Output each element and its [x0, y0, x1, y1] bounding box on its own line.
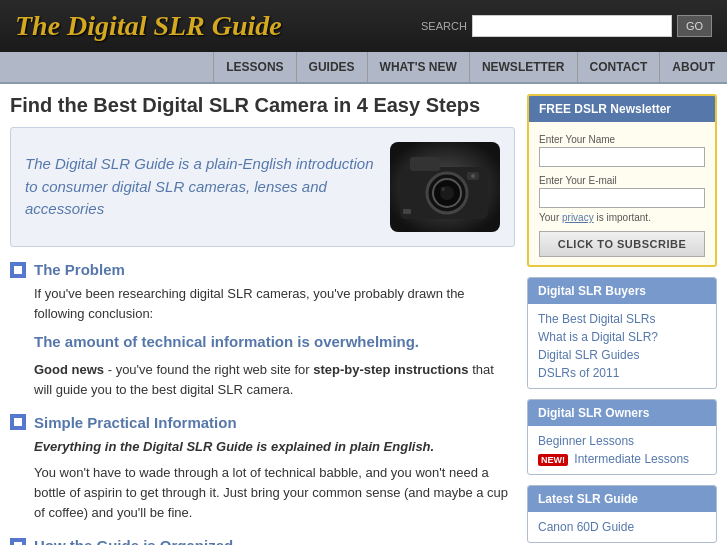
nav-whats-new[interactable]: WHAT'S NEW — [367, 52, 469, 82]
privacy-prefix: Your — [539, 212, 562, 223]
nav-newsletter[interactable]: NEWSLETTER — [469, 52, 577, 82]
latest-item-1[interactable]: Canon 60D Guide — [538, 518, 706, 536]
privacy-note: Your privacy is important. — [539, 212, 705, 223]
section-header-problem: The Problem — [10, 261, 515, 278]
search-input[interactable] — [472, 15, 672, 37]
section-body-simple: Everything in the Digital SLR Guide is e… — [10, 437, 515, 524]
section-title-organized: How the Guide is Organized — [34, 537, 233, 545]
section-header-simple: Simple Practical Information — [10, 414, 515, 431]
site-title[interactable]: The Digital SLR Guide — [15, 10, 282, 42]
privacy-suffix: is important. — [596, 212, 650, 223]
buyers-body: The Best Digital SLRs What is a Digital … — [528, 304, 716, 388]
step-by-step-link[interactable]: step-by-step instructions — [313, 362, 468, 377]
section-icon-inner — [14, 266, 22, 274]
buyers-item-1[interactable]: The Best Digital SLRs — [538, 310, 706, 328]
camera-svg — [395, 147, 495, 227]
intro-box: The Digital SLR Guide is a plain-English… — [10, 127, 515, 247]
newsletter-box: FREE DSLR Newsletter Enter Your Name Ent… — [527, 94, 717, 267]
buyers-item-4[interactable]: DSLRs of 2011 — [538, 364, 706, 382]
buyers-box: Digital SLR Buyers The Best Digital SLRs… — [527, 277, 717, 389]
email-label: Enter Your E-mail — [539, 175, 705, 186]
nav-about[interactable]: ABOUT — [659, 52, 727, 82]
section-icon-simple-inner — [14, 418, 22, 426]
buyers-header: Digital SLR Buyers — [528, 278, 716, 304]
header: The Digital SLR Guide SEARCH GO — [0, 0, 727, 52]
latest-body: Canon 60D Guide — [528, 512, 716, 542]
search-label: SEARCH — [421, 20, 467, 32]
owners-item-2[interactable]: NEW! Intermediate Lessons — [538, 450, 706, 468]
problem-text-1: If you've been researching digital SLR c… — [34, 284, 515, 324]
section-icon-problem — [10, 262, 26, 278]
svg-point-7 — [471, 174, 475, 178]
sidebar: FREE DSLR Newsletter Enter Your Name Ent… — [527, 94, 717, 545]
section-header-organized: How the Guide is Organized — [10, 537, 515, 545]
latest-box: Latest SLR Guide Canon 60D Guide — [527, 485, 717, 543]
problem-text-2b: - you've found the right web site for — [108, 362, 314, 377]
svg-point-5 — [441, 187, 445, 191]
name-label: Enter Your Name — [539, 134, 705, 145]
section-icon-simple — [10, 414, 26, 430]
simple-text-2: You won't have to wade through a lot of … — [34, 463, 515, 523]
search-button[interactable]: GO — [677, 15, 712, 37]
new-badge: NEW! — [538, 454, 568, 466]
section-title-simple: Simple Practical Information — [34, 414, 237, 431]
owners-body: Beginner Lessons NEW! Intermediate Lesso… — [528, 426, 716, 474]
intro-text: The Digital SLR Guide is a plain-English… — [25, 153, 378, 221]
latest-header: Latest SLR Guide — [528, 486, 716, 512]
problem-text-2: Good news - you've found the right web s… — [34, 360, 515, 400]
problem-highlight: The amount of technical information is o… — [34, 330, 515, 353]
buyers-item-2[interactable]: What is a Digital SLR? — [538, 328, 706, 346]
newsletter-header: FREE DSLR Newsletter — [529, 96, 715, 122]
buyers-item-3[interactable]: Digital SLR Guides — [538, 346, 706, 364]
page-title: Find the Best Digital SLR Camera in 4 Ea… — [10, 94, 515, 117]
section-body-problem: If you've been researching digital SLR c… — [10, 284, 515, 400]
section-title-problem: The Problem — [34, 261, 125, 278]
section-icon-organized — [10, 538, 26, 545]
owners-box: Digital SLR Owners Beginner Lessons NEW!… — [527, 399, 717, 475]
simple-text-bold: Everything in the Digital SLR Guide is e… — [34, 437, 515, 457]
owners-item-2-label: Intermediate Lessons — [574, 452, 689, 466]
subscribe-button[interactable]: CLICK TO SUBSCRIBE — [539, 231, 705, 257]
newsletter-email-input[interactable] — [539, 188, 705, 208]
nav-guides[interactable]: GUIDES — [296, 52, 367, 82]
good-news-label: Good news — [34, 362, 104, 377]
newsletter-name-input[interactable] — [539, 147, 705, 167]
owners-item-1[interactable]: Beginner Lessons — [538, 432, 706, 450]
content-area: Find the Best Digital SLR Camera in 4 Ea… — [10, 94, 527, 545]
nav-lessons[interactable]: LESSONS — [213, 52, 295, 82]
nav-bar: LESSONS GUIDES WHAT'S NEW NEWSLETTER CON… — [0, 52, 727, 84]
main-container: Find the Best Digital SLR Camera in 4 Ea… — [0, 84, 727, 545]
owners-header: Digital SLR Owners — [528, 400, 716, 426]
simple-bold-text: Everything in the Digital SLR Guide is e… — [34, 439, 434, 454]
svg-rect-1 — [410, 157, 440, 171]
nav-contact[interactable]: CONTACT — [577, 52, 660, 82]
svg-rect-8 — [403, 209, 411, 214]
privacy-link[interactable]: privacy — [562, 212, 594, 223]
search-area: SEARCH GO — [421, 15, 712, 37]
camera-image — [390, 142, 500, 232]
newsletter-body: Enter Your Name Enter Your E-mail Your p… — [529, 122, 715, 265]
